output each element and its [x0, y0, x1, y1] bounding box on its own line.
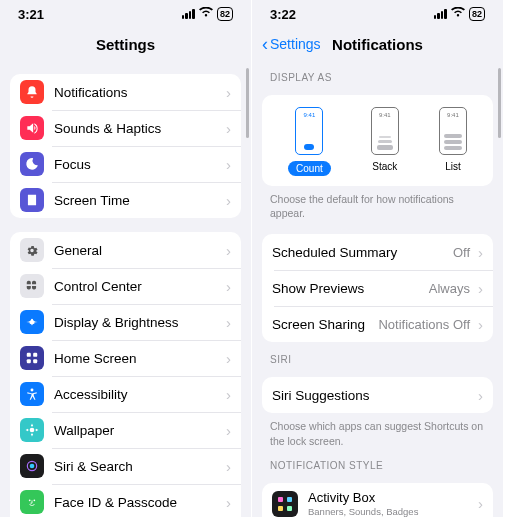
- row-screentime[interactable]: Screen Time›: [10, 182, 241, 218]
- page-title: Settings: [96, 36, 155, 53]
- row-siri[interactable]: Siri & Search›: [10, 448, 241, 484]
- status-bar: 3:22 82: [252, 0, 503, 28]
- row-display[interactable]: ADisplay & Brightness›: [10, 304, 241, 340]
- app-info: Activity BoxBanners, Sounds, Badges: [308, 490, 474, 517]
- display-option-stack[interactable]: 9:41Stack: [371, 107, 399, 176]
- row-label: Accessibility: [54, 387, 222, 402]
- display-option-list[interactable]: 9:41List: [439, 107, 467, 176]
- chevron-right-icon: ›: [226, 192, 231, 209]
- svg-point-9: [29, 499, 31, 501]
- chevron-right-icon: ›: [226, 84, 231, 101]
- display-option-label: Stack: [372, 161, 397, 172]
- row-wallpaper[interactable]: Wallpaper›: [10, 412, 241, 448]
- row-label: General: [54, 243, 222, 258]
- svg-rect-18: [287, 506, 292, 511]
- row-siri-suggestions[interactable]: Siri Suggestions ›: [262, 377, 493, 413]
- notifications-list[interactable]: DISPLAY AS 9:41Count9:41Stack9:41List Ch…: [252, 60, 503, 517]
- row-scheduled[interactable]: Scheduled SummaryOff›: [262, 234, 493, 270]
- navbar: ‹ Settings Notifications: [252, 28, 503, 60]
- preview-bars: [304, 144, 314, 150]
- display-option-label: Count: [288, 161, 331, 176]
- chevron-right-icon: ›: [478, 495, 483, 512]
- status-time: 3:22: [270, 7, 296, 22]
- chevron-right-icon: ›: [478, 280, 483, 297]
- row-label: Face ID & Passcode: [54, 495, 222, 510]
- app-sub: Banners, Sounds, Badges: [308, 506, 474, 517]
- section-siri: SIRI: [262, 342, 493, 369]
- preview-bars: [444, 134, 462, 150]
- scrollbar[interactable]: [246, 68, 249, 138]
- row-label: Wallpaper: [54, 423, 222, 438]
- chevron-right-icon: ›: [226, 350, 231, 367]
- svg-rect-15: [278, 497, 283, 502]
- svg-point-10: [33, 499, 35, 501]
- status-icons: 82: [182, 7, 233, 21]
- scrollbar[interactable]: [498, 68, 501, 138]
- chevron-right-icon: ›: [478, 316, 483, 333]
- row-label: Display & Brightness: [54, 315, 222, 330]
- chevron-right-icon: ›: [226, 314, 231, 331]
- status-icons: 82: [434, 7, 485, 21]
- general-icon: [20, 238, 44, 262]
- row-label: Siri Suggestions: [272, 388, 474, 403]
- phone-preview-icon: 9:41: [371, 107, 399, 155]
- row-previews[interactable]: Show PreviewsAlways›: [262, 270, 493, 306]
- row-label: Control Center: [54, 279, 222, 294]
- activitybox-app-icon: [272, 491, 298, 517]
- settings-list[interactable]: Notifications›Sounds & Haptics›Focus›Scr…: [0, 60, 251, 517]
- svg-rect-4: [33, 359, 37, 363]
- svg-rect-17: [278, 506, 283, 511]
- row-label: Focus: [54, 157, 222, 172]
- siri-group: Siri Suggestions ›: [262, 377, 493, 413]
- preview-time: 9:41: [440, 112, 466, 118]
- row-screenshare[interactable]: Screen SharingNotifications Off›: [262, 306, 493, 342]
- svg-point-6: [30, 428, 35, 433]
- svg-rect-3: [27, 359, 31, 363]
- chevron-right-icon: ›: [226, 458, 231, 475]
- row-label: Siri & Search: [54, 459, 222, 474]
- row-label: Home Screen: [54, 351, 222, 366]
- preview-bars: [377, 136, 393, 150]
- display-option-count[interactable]: 9:41Count: [288, 107, 331, 176]
- row-focus[interactable]: Focus›: [10, 146, 241, 182]
- chevron-right-icon: ›: [478, 387, 483, 404]
- row-value: Off: [453, 245, 470, 260]
- svg-rect-1: [27, 353, 31, 357]
- siri-icon: [20, 454, 44, 478]
- phone-preview-icon: 9:41: [295, 107, 323, 155]
- preview-time: 9:41: [372, 112, 398, 118]
- row-label: Screen Sharing: [272, 317, 378, 332]
- notifications-screen: 3:22 82 ‹ Settings Notifications DISPLAY…: [252, 0, 504, 517]
- row-notifications[interactable]: Notifications›: [10, 74, 241, 110]
- settings-group-1: Notifications›Sounds & Haptics›Focus›Scr…: [10, 74, 241, 218]
- focus-icon: [20, 152, 44, 176]
- prefs-group: Scheduled SummaryOff›Show PreviewsAlways…: [262, 234, 493, 342]
- chevron-right-icon: ›: [226, 120, 231, 137]
- row-general[interactable]: General›: [10, 232, 241, 268]
- row-sounds[interactable]: Sounds & Haptics›: [10, 110, 241, 146]
- battery-icon: 82: [217, 7, 233, 21]
- display-icon: A: [20, 310, 44, 334]
- wifi-icon: [451, 7, 465, 21]
- svg-text:A: A: [29, 318, 34, 325]
- row-homescreen[interactable]: Home Screen›: [10, 340, 241, 376]
- row-controlcenter[interactable]: Control Center›: [10, 268, 241, 304]
- status-time: 3:21: [18, 7, 44, 22]
- row-value: Always: [429, 281, 470, 296]
- row-label: Scheduled Summary: [272, 245, 453, 260]
- row-accessibility[interactable]: Accessibility›: [10, 376, 241, 412]
- chevron-right-icon: ›: [478, 244, 483, 261]
- row-label: Screen Time: [54, 193, 222, 208]
- svg-point-8: [30, 464, 35, 469]
- row-label: Notifications: [54, 85, 222, 100]
- back-button[interactable]: ‹ Settings: [262, 35, 321, 53]
- chevron-right-icon: ›: [226, 156, 231, 173]
- navbar: Settings: [0, 28, 251, 60]
- app-row-activitybox[interactable]: Activity BoxBanners, Sounds, Badges›: [262, 483, 493, 517]
- battery-icon: 82: [469, 7, 485, 21]
- chevron-left-icon: ‹: [262, 35, 268, 53]
- app-name: Activity Box: [308, 490, 474, 505]
- row-faceid[interactable]: Face ID & Passcode›: [10, 484, 241, 517]
- siri-footer: Choose which apps can suggest Shortcuts …: [262, 413, 493, 447]
- back-label: Settings: [270, 36, 321, 52]
